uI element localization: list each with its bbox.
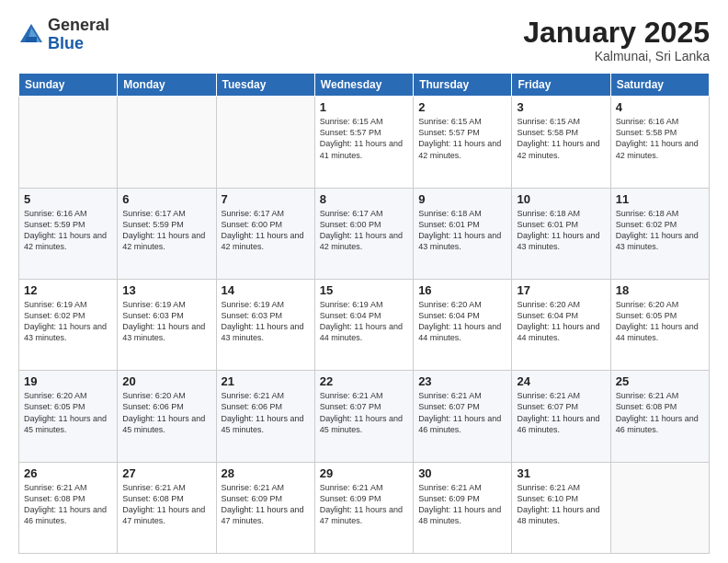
day-info: Sunrise: 6:17 AM Sunset: 6:00 PM Dayligh… <box>320 208 408 253</box>
calendar-cell: 2Sunrise: 6:15 AM Sunset: 5:57 PM Daylig… <box>414 97 512 188</box>
day-number: 28 <box>222 466 310 480</box>
day-number: 10 <box>517 192 605 206</box>
day-info: Sunrise: 6:17 AM Sunset: 6:00 PM Dayligh… <box>222 208 310 253</box>
location-subtitle: Kalmunai, Sri Lanka <box>523 49 710 63</box>
day-info: Sunrise: 6:18 AM Sunset: 6:01 PM Dayligh… <box>517 208 605 253</box>
weekday-header: Tuesday <box>216 74 314 97</box>
calendar-cell: 19Sunrise: 6:20 AM Sunset: 6:05 PM Dayli… <box>19 371 118 462</box>
calendar-cell: 8Sunrise: 6:17 AM Sunset: 6:00 PM Daylig… <box>314 188 413 279</box>
calendar-cell: 9Sunrise: 6:18 AM Sunset: 6:01 PM Daylig… <box>414 188 512 279</box>
logo-text: General Blue <box>48 17 109 53</box>
calendar-cell: 29Sunrise: 6:21 AM Sunset: 6:09 PM Dayli… <box>314 462 413 553</box>
day-info: Sunrise: 6:15 AM Sunset: 5:57 PM Dayligh… <box>320 116 408 161</box>
calendar-cell: 4Sunrise: 6:16 AM Sunset: 5:58 PM Daylig… <box>610 97 709 188</box>
calendar-cell: 16Sunrise: 6:20 AM Sunset: 6:04 PM Dayli… <box>414 279 512 370</box>
calendar-week-row: 19Sunrise: 6:20 AM Sunset: 6:05 PM Dayli… <box>19 371 710 462</box>
calendar-cell: 1Sunrise: 6:15 AM Sunset: 5:57 PM Daylig… <box>314 97 413 188</box>
calendar-cell <box>216 97 314 188</box>
logo-icon <box>18 22 44 48</box>
calendar-week-row: 5Sunrise: 6:16 AM Sunset: 5:59 PM Daylig… <box>19 188 710 279</box>
day-number: 3 <box>517 100 605 114</box>
weekday-header: Sunday <box>19 74 118 97</box>
calendar-cell: 6Sunrise: 6:17 AM Sunset: 5:59 PM Daylig… <box>118 188 216 279</box>
day-info: Sunrise: 6:20 AM Sunset: 6:04 PM Dayligh… <box>418 299 506 344</box>
weekday-header: Saturday <box>610 74 709 97</box>
day-info: Sunrise: 6:15 AM Sunset: 5:57 PM Dayligh… <box>418 116 506 161</box>
day-number: 2 <box>418 100 506 114</box>
day-number: 23 <box>418 374 506 388</box>
day-info: Sunrise: 6:20 AM Sunset: 6:05 PM Dayligh… <box>616 299 704 344</box>
calendar-cell: 22Sunrise: 6:21 AM Sunset: 6:07 PM Dayli… <box>314 371 413 462</box>
day-info: Sunrise: 6:18 AM Sunset: 6:01 PM Dayligh… <box>418 208 506 253</box>
calendar-cell: 24Sunrise: 6:21 AM Sunset: 6:07 PM Dayli… <box>512 371 610 462</box>
calendar-cell <box>610 462 709 553</box>
title-block: January 2025 Kalmunai, Sri Lanka <box>523 17 710 63</box>
calendar-cell: 11Sunrise: 6:18 AM Sunset: 6:02 PM Dayli… <box>610 188 709 279</box>
day-number: 24 <box>517 374 605 388</box>
day-info: Sunrise: 6:19 AM Sunset: 6:03 PM Dayligh… <box>222 299 310 344</box>
calendar-page: General Blue January 2025 Kalmunai, Sri … <box>0 0 728 563</box>
day-info: Sunrise: 6:19 AM Sunset: 6:03 PM Dayligh… <box>122 299 210 344</box>
header: General Blue January 2025 Kalmunai, Sri … <box>18 17 710 63</box>
day-number: 13 <box>122 283 210 297</box>
day-number: 31 <box>517 466 605 480</box>
day-number: 27 <box>122 466 210 480</box>
calendar-cell: 30Sunrise: 6:21 AM Sunset: 6:09 PM Dayli… <box>414 462 512 553</box>
day-info: Sunrise: 6:21 AM Sunset: 6:09 PM Dayligh… <box>222 482 310 527</box>
weekday-header: Friday <box>512 74 610 97</box>
day-number: 6 <box>122 192 210 206</box>
day-number: 25 <box>616 374 704 388</box>
calendar-table: SundayMondayTuesdayWednesdayThursdayFrid… <box>18 73 710 554</box>
logo-general: General <box>48 16 109 34</box>
day-number: 9 <box>418 192 506 206</box>
day-info: Sunrise: 6:21 AM Sunset: 6:07 PM Dayligh… <box>517 390 605 435</box>
calendar-cell: 3Sunrise: 6:15 AM Sunset: 5:58 PM Daylig… <box>512 97 610 188</box>
day-info: Sunrise: 6:17 AM Sunset: 5:59 PM Dayligh… <box>122 208 210 253</box>
day-number: 16 <box>418 283 506 297</box>
calendar-cell: 15Sunrise: 6:19 AM Sunset: 6:04 PM Dayli… <box>314 279 413 370</box>
day-number: 1 <box>320 100 408 114</box>
calendar-cell: 20Sunrise: 6:20 AM Sunset: 6:06 PM Dayli… <box>118 371 216 462</box>
day-number: 20 <box>122 374 210 388</box>
day-number: 19 <box>24 374 112 388</box>
weekday-header: Monday <box>118 74 216 97</box>
calendar-week-row: 26Sunrise: 6:21 AM Sunset: 6:08 PM Dayli… <box>19 462 710 553</box>
calendar-week-row: 12Sunrise: 6:19 AM Sunset: 6:02 PM Dayli… <box>19 279 710 370</box>
calendar-cell: 31Sunrise: 6:21 AM Sunset: 6:10 PM Dayli… <box>512 462 610 553</box>
calendar-cell: 28Sunrise: 6:21 AM Sunset: 6:09 PM Dayli… <box>216 462 314 553</box>
day-info: Sunrise: 6:21 AM Sunset: 6:07 PM Dayligh… <box>418 390 506 435</box>
day-info: Sunrise: 6:21 AM Sunset: 6:08 PM Dayligh… <box>24 482 112 527</box>
calendar-cell: 25Sunrise: 6:21 AM Sunset: 6:08 PM Dayli… <box>610 371 709 462</box>
day-number: 5 <box>24 192 112 206</box>
day-number: 21 <box>222 374 310 388</box>
calendar-week-row: 1Sunrise: 6:15 AM Sunset: 5:57 PM Daylig… <box>19 97 710 188</box>
calendar-cell: 18Sunrise: 6:20 AM Sunset: 6:05 PM Dayli… <box>610 279 709 370</box>
calendar-cell: 13Sunrise: 6:19 AM Sunset: 6:03 PM Dayli… <box>118 279 216 370</box>
day-number: 26 <box>24 466 112 480</box>
calendar-cell: 5Sunrise: 6:16 AM Sunset: 5:59 PM Daylig… <box>19 188 118 279</box>
day-info: Sunrise: 6:21 AM Sunset: 6:08 PM Dayligh… <box>122 482 210 527</box>
day-number: 7 <box>222 192 310 206</box>
day-number: 17 <box>517 283 605 297</box>
day-number: 18 <box>616 283 704 297</box>
day-info: Sunrise: 6:21 AM Sunset: 6:09 PM Dayligh… <box>418 482 506 527</box>
day-number: 30 <box>418 466 506 480</box>
day-number: 15 <box>320 283 408 297</box>
logo-blue: Blue <box>48 34 84 52</box>
calendar-cell: 14Sunrise: 6:19 AM Sunset: 6:03 PM Dayli… <box>216 279 314 370</box>
day-info: Sunrise: 6:19 AM Sunset: 6:02 PM Dayligh… <box>24 299 112 344</box>
calendar-cell: 26Sunrise: 6:21 AM Sunset: 6:08 PM Dayli… <box>19 462 118 553</box>
weekday-header: Wednesday <box>314 74 413 97</box>
day-info: Sunrise: 6:18 AM Sunset: 6:02 PM Dayligh… <box>616 208 704 253</box>
month-title: January 2025 <box>523 17 710 49</box>
day-info: Sunrise: 6:20 AM Sunset: 6:06 PM Dayligh… <box>122 390 210 435</box>
day-number: 14 <box>222 283 310 297</box>
logo: General Blue <box>18 17 109 53</box>
calendar-cell: 23Sunrise: 6:21 AM Sunset: 6:07 PM Dayli… <box>414 371 512 462</box>
calendar-cell <box>118 97 216 188</box>
calendar-cell: 12Sunrise: 6:19 AM Sunset: 6:02 PM Dayli… <box>19 279 118 370</box>
calendar-cell <box>19 97 118 188</box>
day-number: 22 <box>320 374 408 388</box>
day-info: Sunrise: 6:16 AM Sunset: 5:58 PM Dayligh… <box>616 116 704 161</box>
day-number: 29 <box>320 466 408 480</box>
